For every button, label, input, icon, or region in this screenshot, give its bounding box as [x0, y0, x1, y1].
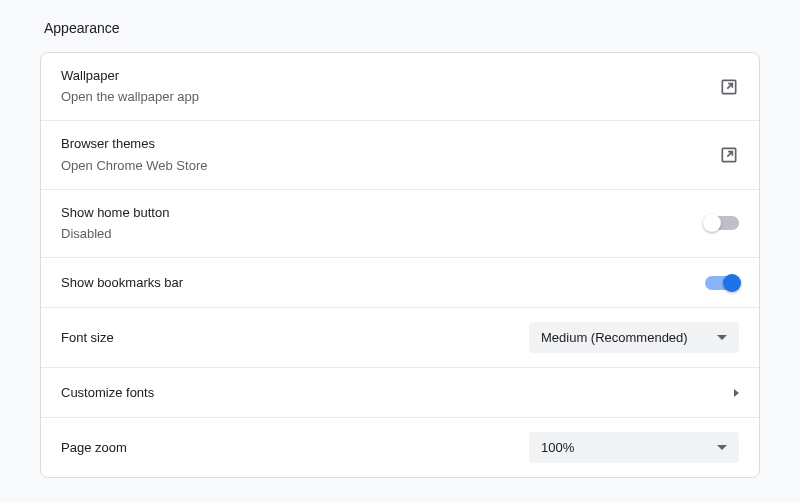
- font-size-value: Medium (Recommended): [541, 330, 688, 345]
- themes-text: Browser themes Open Chrome Web Store: [61, 135, 207, 174]
- open-external-icon: [719, 145, 739, 165]
- bookmarks-bar-row: Show bookmarks bar: [41, 258, 759, 308]
- font-size-text: Font size: [61, 329, 114, 347]
- toggle-knob: [723, 274, 741, 292]
- home-button-title: Show home button: [61, 204, 169, 222]
- font-size-dropdown[interactable]: Medium (Recommended): [529, 322, 739, 353]
- wallpaper-text: Wallpaper Open the wallpaper app: [61, 67, 199, 106]
- page-zoom-dropdown[interactable]: 100%: [529, 432, 739, 463]
- bookmarks-bar-text: Show bookmarks bar: [61, 274, 183, 292]
- appearance-card: Wallpaper Open the wallpaper app Browser…: [40, 52, 760, 478]
- wallpaper-subtitle: Open the wallpaper app: [61, 88, 199, 106]
- customize-fonts-title: Customize fonts: [61, 384, 154, 402]
- home-button-subtitle: Disabled: [61, 225, 169, 243]
- chevron-right-icon: [734, 389, 739, 397]
- font-size-title: Font size: [61, 329, 114, 347]
- page-zoom-row: Page zoom 100%: [41, 418, 759, 477]
- home-button-row: Show home button Disabled: [41, 190, 759, 258]
- page-zoom-text: Page zoom: [61, 439, 127, 457]
- wallpaper-row[interactable]: Wallpaper Open the wallpaper app: [41, 53, 759, 121]
- home-button-toggle[interactable]: [705, 216, 739, 230]
- font-size-row: Font size Medium (Recommended): [41, 308, 759, 368]
- toggle-knob: [703, 214, 721, 232]
- chevron-down-icon: [717, 445, 727, 450]
- open-external-icon: [719, 77, 739, 97]
- themes-subtitle: Open Chrome Web Store: [61, 157, 207, 175]
- home-button-text: Show home button Disabled: [61, 204, 169, 243]
- customize-fonts-row[interactable]: Customize fonts: [41, 368, 759, 418]
- wallpaper-title: Wallpaper: [61, 67, 199, 85]
- page-zoom-value: 100%: [541, 440, 574, 455]
- page-zoom-title: Page zoom: [61, 439, 127, 457]
- section-title: Appearance: [44, 20, 760, 36]
- customize-fonts-text: Customize fonts: [61, 384, 154, 402]
- themes-row[interactable]: Browser themes Open Chrome Web Store: [41, 121, 759, 189]
- themes-title: Browser themes: [61, 135, 207, 153]
- chevron-down-icon: [717, 335, 727, 340]
- bookmarks-bar-toggle[interactable]: [705, 276, 739, 290]
- bookmarks-bar-title: Show bookmarks bar: [61, 274, 183, 292]
